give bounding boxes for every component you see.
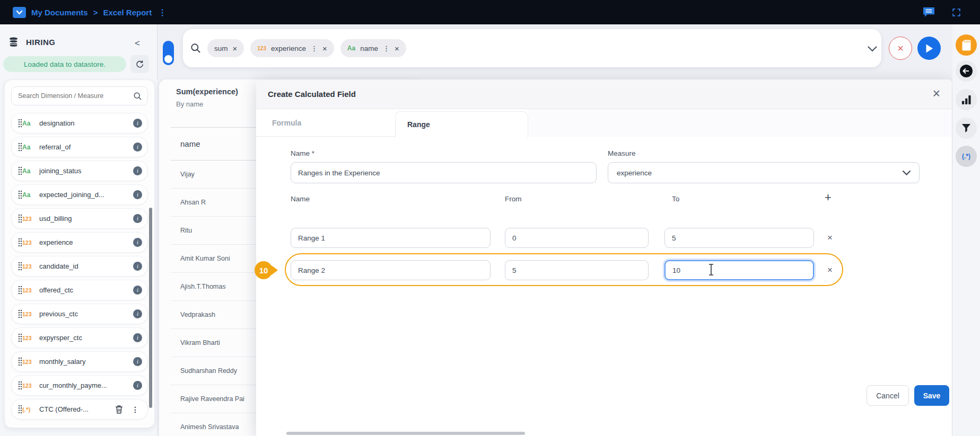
info-icon[interactable]: i xyxy=(133,309,142,318)
filter-button[interactable] xyxy=(956,118,977,139)
breadcrumb-current[interactable]: Excel Report xyxy=(103,8,152,17)
field-menu-icon[interactable]: ⋮ xyxy=(132,405,139,414)
query-chip-sum[interactable]: sum × xyxy=(207,39,244,57)
info-icon[interactable]: i xyxy=(133,333,142,342)
topbar: My Documents > Excel Report ⋮ xyxy=(0,0,980,24)
drag-handle-icon[interactable] xyxy=(18,190,22,199)
drag-handle-icon[interactable] xyxy=(18,309,22,318)
info-icon[interactable]: i xyxy=(133,143,142,152)
range2-name-input[interactable] xyxy=(291,260,491,280)
info-icon[interactable]: i xyxy=(133,262,142,271)
field-type-badge: Aa xyxy=(22,167,39,175)
query-chip-name[interactable]: Aa name ⋮ × xyxy=(340,39,406,57)
drag-handle-icon[interactable] xyxy=(18,357,22,366)
cancel-button[interactable]: Cancel xyxy=(867,385,909,406)
range1-from-input[interactable] xyxy=(505,228,649,248)
back-button[interactable] xyxy=(956,60,977,82)
drag-handle-icon[interactable] xyxy=(18,143,22,152)
field-item-joining-status[interactable]: Aa joining_status i xyxy=(11,161,148,181)
dialog-tabs: Formula Range xyxy=(256,109,952,137)
drag-handle-icon[interactable] xyxy=(18,166,22,175)
field-label: CTC (Offered-... xyxy=(39,405,115,413)
range2-to-input[interactable] xyxy=(664,260,814,280)
drag-handle-icon[interactable] xyxy=(18,119,22,128)
right-toolbar: (.*) xyxy=(952,24,980,436)
drag-handle-icon[interactable] xyxy=(18,214,22,223)
chip-close-icon[interactable]: × xyxy=(395,44,399,53)
chip-menu-icon[interactable]: ⋮ xyxy=(311,45,318,52)
drag-handle-icon[interactable] xyxy=(18,405,22,414)
field-item-monthly-salary[interactable]: 123 monthly_salary i xyxy=(11,351,148,372)
remove-range1-button[interactable]: × xyxy=(827,233,833,243)
info-icon[interactable]: i xyxy=(133,381,142,390)
field-item-designation[interactable]: Aa designation i xyxy=(11,113,148,134)
info-icon[interactable]: i xyxy=(133,190,142,199)
field-label: designation xyxy=(39,119,133,127)
drag-handle-icon[interactable] xyxy=(18,381,22,390)
field-item-expected-joining[interactable]: Aa expected_joining_d... i xyxy=(11,184,148,205)
remove-range2-button[interactable]: × xyxy=(827,265,833,275)
chip-close-icon[interactable]: × xyxy=(233,44,238,53)
sidebar-scrollbar[interactable] xyxy=(149,208,152,408)
tab-strip-filler xyxy=(528,109,952,137)
calculated-field-button[interactable]: (.*) xyxy=(956,146,977,167)
comment-icon[interactable] xyxy=(923,7,935,17)
dialog-close-icon[interactable]: × xyxy=(932,86,940,101)
field-item-previous-ctc[interactable]: 123 previous_ctc i xyxy=(11,304,148,324)
info-icon[interactable]: i xyxy=(133,166,142,175)
document-menu-icon[interactable]: ⋮ xyxy=(158,7,167,17)
folder-icon[interactable] xyxy=(13,7,26,18)
chip-close-icon[interactable]: × xyxy=(322,44,327,53)
field-item-expyrsper-ctc[interactable]: 123 expyrsper_ctc i xyxy=(11,327,148,348)
field-item-cur-monthly-payment[interactable]: 123 cur_monthly_payme... i xyxy=(11,375,148,396)
horizontal-scrollbar[interactable] xyxy=(286,432,525,435)
save-button[interactable]: Save xyxy=(914,385,949,406)
query-chip-experience[interactable]: 123 experience ⋮ × xyxy=(250,39,334,57)
drag-handle-icon[interactable] xyxy=(18,262,22,271)
tab-range[interactable]: Range xyxy=(395,111,528,138)
fullscreen-icon[interactable] xyxy=(952,8,961,17)
drag-handle-icon[interactable] xyxy=(18,238,22,247)
sidebar-collapse-icon[interactable]: < xyxy=(135,38,140,49)
chip-menu-icon[interactable]: ⋮ xyxy=(383,45,390,52)
search-icon xyxy=(190,43,201,54)
database-icon xyxy=(8,37,19,47)
field-item-candidate-id[interactable]: 123 candidate_id i xyxy=(11,256,148,277)
datastore-button[interactable] xyxy=(956,34,977,56)
info-icon[interactable]: i xyxy=(133,286,142,295)
delete-icon[interactable] xyxy=(115,405,123,414)
measure-select[interactable]: experience xyxy=(608,162,920,183)
clear-query-button[interactable]: × xyxy=(889,37,912,60)
range2-from-input[interactable] xyxy=(505,260,649,280)
run-query-button[interactable] xyxy=(917,37,941,60)
drag-handle-icon[interactable] xyxy=(18,286,22,295)
range1-name-input[interactable] xyxy=(291,228,491,248)
field-item-offered-ctc[interactable]: 123 offered_ctc i xyxy=(11,280,148,300)
field-search-input[interactable] xyxy=(17,92,133,100)
refresh-button[interactable] xyxy=(130,55,149,73)
range1-to-input[interactable] xyxy=(664,228,814,248)
chip-label: experience xyxy=(271,45,306,52)
info-icon[interactable]: i xyxy=(133,119,142,128)
field-item-experience[interactable]: 123 experience i xyxy=(11,232,148,253)
calc-field-name-input[interactable] xyxy=(291,162,597,183)
field-search[interactable] xyxy=(11,86,148,105)
field-item-usd-billing[interactable]: 123 usd_billing i xyxy=(11,208,148,229)
add-range-button[interactable]: + xyxy=(825,191,832,204)
field-item-referral-of[interactable]: Aa referral_of i xyxy=(11,137,148,157)
query-mode-toggle[interactable] xyxy=(163,41,174,65)
chip-type-badge: Aa xyxy=(347,45,355,52)
query-expand-button[interactable] xyxy=(868,45,877,54)
field-item-ctc-calculated[interactable]: (.*) CTC (Offered-... ⋮ xyxy=(11,399,148,420)
info-icon[interactable]: i xyxy=(133,357,142,366)
chart-button[interactable] xyxy=(956,89,977,110)
drag-handle-icon[interactable] xyxy=(18,333,22,342)
field-label: expected_joining_d... xyxy=(39,191,133,199)
measure-selected-value: experience xyxy=(617,169,652,177)
breadcrumb-root[interactable]: My Documents xyxy=(31,8,88,17)
query-search-bar[interactable]: sum × 123 experience ⋮ × Aa name ⋮ × xyxy=(183,29,881,67)
info-icon[interactable]: i xyxy=(133,238,142,247)
info-icon[interactable]: i xyxy=(133,214,142,223)
regex-icon: (.*) xyxy=(962,153,970,160)
tab-formula[interactable]: Formula xyxy=(272,109,301,137)
